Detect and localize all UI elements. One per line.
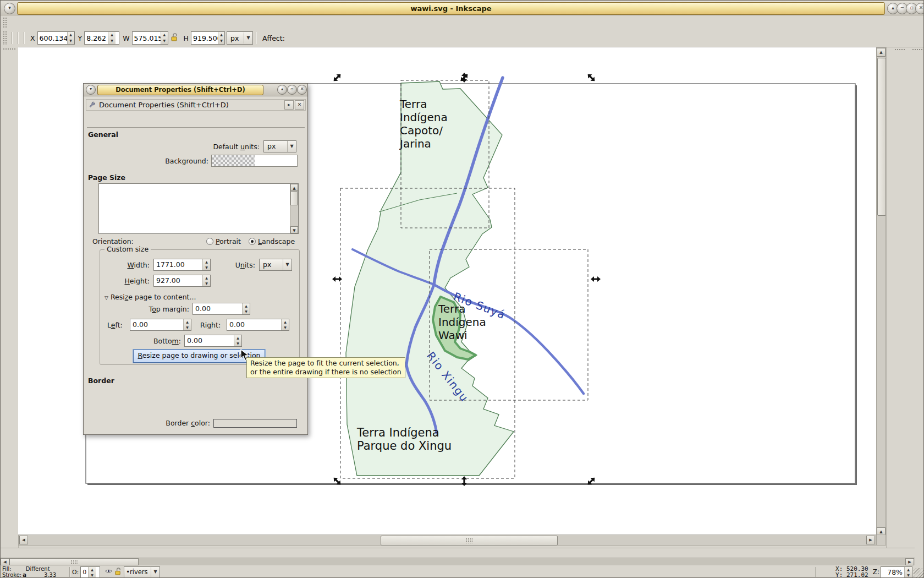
horizontal-scrollbar[interactable]: ◀ ▶ <box>18 535 876 546</box>
commands-bar-grip[interactable] <box>894 48 905 51</box>
lock-ratio-icon[interactable] <box>170 32 178 43</box>
x-field[interactable]: 600.134▲▼ <box>37 31 75 45</box>
units-label: Units: <box>223 261 255 269</box>
dialog-titlebar[interactable]: ▾ Document Properties (Shift+Ctrl+D) ▴ ▫… <box>84 84 307 96</box>
vertical-scroll-thumb[interactable] <box>877 58 886 216</box>
dialog-panel-header: Document Properties (Shift+Ctrl+D) ▸ ✕ <box>86 99 306 111</box>
dialog-menu-button[interactable]: ▾ <box>86 85 96 95</box>
statusbar: Fill: Different Stroke: a 3.33 O: 0▲▼ •r… <box>1 565 924 578</box>
toolbar-grip[interactable] <box>3 31 7 45</box>
label-capoto-line1: Terra <box>399 97 427 111</box>
label-park-line2: Parque do Xingu <box>357 439 452 452</box>
right-margin-field[interactable]: 0.00▲▼ <box>227 319 289 331</box>
dialog-close-window-button[interactable]: ✕ <box>297 85 307 95</box>
dialog-panel-title: Document Properties (Shift+Ctrl+D) <box>97 101 284 109</box>
top-margin-label: Top margin: <box>134 305 189 313</box>
label-capoto-line3: Capoto/ <box>400 124 443 137</box>
custom-units-dropdown[interactable]: px▼ <box>259 259 292 271</box>
page-size-scrollbar[interactable]: ▲ ▼ <box>290 184 298 233</box>
label-park-line1: Terra Indígena <box>356 426 439 439</box>
label-capoto-line4: Jarina <box>399 137 431 150</box>
page-size-heading: Page Size <box>88 173 125 182</box>
wrench-icon <box>89 101 96 110</box>
opacity-label: O: <box>72 569 79 576</box>
tooltip: Resize the page to fit the current selec… <box>246 357 405 378</box>
orientation-portrait-radio[interactable]: Portrait <box>206 237 241 246</box>
height-field[interactable]: 927.00▲▼ <box>153 275 211 287</box>
h-field-label: H <box>184 34 189 42</box>
affect-label: Affect: <box>262 34 285 42</box>
stroke-color-swatch <box>28 573 42 577</box>
stroke-prefix: a <box>23 572 26 578</box>
portrait-radio-circle <box>206 238 213 245</box>
page-size-scroll-thumb[interactable] <box>290 191 298 205</box>
dialog-maximize-button[interactable]: ▫ <box>287 85 297 95</box>
stroke-label: Stroke: <box>2 572 21 578</box>
top-margin-field[interactable]: 0.00▲▼ <box>193 303 250 315</box>
palette-scroll-right[interactable]: ▶ <box>905 558 914 565</box>
fill-stroke-indicator[interactable]: Fill: Different Stroke: a 3.33 <box>1 566 67 578</box>
palette-scroll-thumb[interactable] <box>9 558 139 565</box>
resize-to-content-expander[interactable]: ▽ Resize page to content... <box>105 293 196 301</box>
page-size-scroll-down[interactable]: ▼ <box>290 226 298 233</box>
y-field[interactable]: 8.262▲▼ <box>84 31 119 45</box>
background-color-button[interactable] <box>211 155 298 167</box>
layer-visibility-icon[interactable] <box>105 567 113 577</box>
scroll-up-button[interactable]: ▲ <box>877 48 886 57</box>
vertical-scrollbar[interactable]: ▲ ▲ ▼ <box>876 47 886 546</box>
scroll-left-button[interactable]: ◀ <box>19 536 28 544</box>
width-label: Width: <box>111 261 150 269</box>
default-units-dropdown[interactable]: px▼ <box>263 140 296 152</box>
stroke-width-value: 3.33 <box>44 572 56 578</box>
toolbox-grip[interactable] <box>3 48 16 51</box>
label-capoto-line2: Indígena <box>400 111 448 124</box>
w-field-label: W <box>123 34 129 42</box>
left-margin-field[interactable]: 0.00▲▼ <box>130 319 191 331</box>
default-units-label: Default units: <box>183 143 260 151</box>
bottom-margin-label: Bottom: <box>126 337 181 345</box>
border-color-button[interactable] <box>213 419 297 428</box>
background-checker <box>212 155 255 166</box>
panel-arrow-button[interactable]: ▸ <box>284 100 294 110</box>
y-field-label: Y <box>78 34 82 42</box>
dialog-shade-button[interactable]: ▴ <box>277 85 287 95</box>
inkscape-window: ▾ wawi.svg - Inkscape ▴ ─ ▫ ✕ X 600.134▲… <box>0 0 924 578</box>
window-title: wawi.svg - Inkscape <box>17 2 885 15</box>
palette-scroll-left[interactable]: ◀ <box>1 558 9 565</box>
menubar <box>1 16 924 30</box>
orientation-label: Orientation: <box>92 237 134 246</box>
layer-dropdown[interactable]: •rivers▼ <box>124 566 160 578</box>
orientation-landscape-radio[interactable]: Landscape <box>249 237 295 246</box>
units-dropdown[interactable]: px▼ <box>227 31 253 45</box>
custom-size-group: Custom size Width: 1771.00▲▼ Units: px▼ … <box>100 249 300 365</box>
horizontal-scroll-thumb[interactable] <box>381 536 558 546</box>
window-titlebar[interactable]: ▾ wawi.svg - Inkscape ▴ ─ ▫ ✕ <box>1 1 924 17</box>
window-resize-grip[interactable] <box>914 568 923 578</box>
background-label: Background: <box>139 157 208 165</box>
window-menu-button[interactable]: ▾ <box>4 3 15 14</box>
height-label: Height: <box>111 277 150 285</box>
x-field-label: X <box>30 34 35 42</box>
fill-value: Different <box>26 566 50 572</box>
scrollbar-corner <box>876 535 886 546</box>
border-color-label: Border color: <box>139 419 210 427</box>
general-heading: General <box>88 130 118 139</box>
bottom-margin-field[interactable]: 0.00▲▼ <box>184 335 242 347</box>
opacity-spinner[interactable]: 0▲▼ <box>80 566 100 578</box>
h-field[interactable]: 919.500▲▼ <box>191 31 225 45</box>
tooltip-line1: Resize the page to fit the current selec… <box>250 359 402 368</box>
menubar-grip[interactable] <box>3 17 7 28</box>
fill-label: Fill: <box>2 566 12 572</box>
w-field[interactable]: 575.015▲▼ <box>132 31 168 45</box>
layer-lock-icon[interactable] <box>114 567 122 577</box>
zoom-spinner[interactable]: 78%▲▼ <box>881 566 912 578</box>
panel-close-button[interactable]: ✕ <box>295 100 304 110</box>
toolbox <box>1 47 19 548</box>
tooltip-line2: or the entire drawing if there is no sel… <box>250 368 402 377</box>
page-size-scroll-up[interactable]: ▲ <box>290 184 298 191</box>
width-field[interactable]: 1771.00▲▼ <box>153 259 211 271</box>
scroll-right-button[interactable]: ▶ <box>866 536 875 544</box>
window-close-button[interactable]: ✕ <box>915 3 924 14</box>
page-size-list[interactable]: ▲ ▼ <box>98 183 299 234</box>
snap-bar-grip[interactable] <box>912 48 923 51</box>
